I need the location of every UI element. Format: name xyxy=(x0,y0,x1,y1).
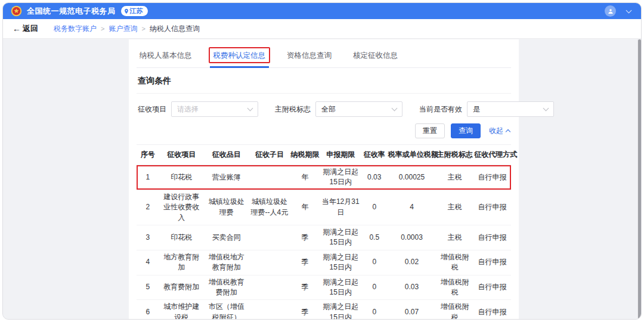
cell-r3-c9: 主税 xyxy=(436,225,473,250)
page-body: 纳税人基本信息税费种认定信息资格信息查询核定征收信息 查询条件 征收项目请选择主… xyxy=(3,39,641,319)
cell-r5-c9: 增值税附税 xyxy=(436,275,473,300)
filter-group-3: 当前是否有效是 xyxy=(419,101,554,117)
cell-r3-c4 xyxy=(249,225,290,250)
column-header-3: 征收品目 xyxy=(204,145,249,165)
content-card: 纳税人基本信息税费种认定信息资格信息查询核定征收信息 查询条件 征收项目请选择主… xyxy=(129,39,519,319)
table-row-3: 3印花税买卖合同季期满之日起15日内0.50.0003主税自行申报 xyxy=(137,225,511,250)
filter-select-3[interactable]: 是 xyxy=(467,101,554,117)
tab-3[interactable]: 资格信息查询 xyxy=(286,47,332,67)
cell-r4-c4 xyxy=(249,250,290,275)
app-title: 全国统一规范电子税务局 xyxy=(27,6,116,17)
cell-r3-c1: 3 xyxy=(137,225,159,250)
column-header-4: 征收子目 xyxy=(249,145,290,165)
column-header-2: 征收项目 xyxy=(159,145,204,165)
chevron-down-icon xyxy=(543,106,549,112)
tab-4[interactable]: 核定征收信息 xyxy=(352,47,398,67)
location-pin-icon xyxy=(123,8,129,14)
filter-select-1[interactable]: 请选择 xyxy=(171,101,258,117)
cell-r1-c5: 年 xyxy=(290,165,320,190)
query-button[interactable]: 查询 xyxy=(451,123,481,138)
table-row-2: 2建设行政事业性收费收入城镇垃圾处理费城镇垃圾处理费--人4元年当年12月31日… xyxy=(137,190,511,225)
column-header-1: 序号 xyxy=(137,145,159,165)
cell-r1-c10: 自行申报 xyxy=(473,165,511,190)
chevron-down-icon xyxy=(247,106,253,112)
cell-r6-c2: 城市维护建设税 xyxy=(159,300,204,320)
cell-r2-c7: 0 xyxy=(361,190,388,225)
browser-window: 全国统一规范电子税务局 江苏 ← 返回 税务数字账户>账户查询>纳税人信息查询 xyxy=(2,2,642,320)
cell-r2-c5: 年 xyxy=(290,190,320,225)
cell-r3-c5: 季 xyxy=(290,225,320,250)
cell-r1-c7: 0.03 xyxy=(361,165,388,190)
cell-r4-c7: 0 xyxy=(361,250,388,275)
cell-r6-c1: 6 xyxy=(137,300,159,320)
scrollbar-track[interactable] xyxy=(637,39,641,319)
user-icon xyxy=(607,8,614,15)
breadcrumb-separator: > xyxy=(101,25,104,32)
cell-r2-c10: 自行申报 xyxy=(473,190,511,225)
cell-r5-c4 xyxy=(249,275,290,300)
region-badge[interactable]: 江苏 xyxy=(121,6,148,16)
filter-select-value-1: 请选择 xyxy=(177,104,248,114)
cell-r6-c5: 季 xyxy=(290,300,320,320)
filter-label-1: 征收项目 xyxy=(138,104,166,114)
cell-r5-c7: 0 xyxy=(361,275,388,300)
cell-r3-c3: 买卖合同 xyxy=(204,225,249,250)
column-header-5: 纳税期限 xyxy=(290,145,320,165)
annotation-box-active-tab xyxy=(209,47,271,63)
cell-r5-c8: 0.03 xyxy=(388,275,436,300)
table-row-6: 6城市维护建设税市区（增值税附征）季期满之日起15日内00.07增值税附税自行申… xyxy=(137,300,511,320)
section-divider xyxy=(137,93,511,94)
cell-r6-c3: 市区（增值税附征） xyxy=(204,300,249,320)
cell-r2-c1: 2 xyxy=(137,190,159,225)
cell-r2-c2: 建设行政事业性收费收入 xyxy=(159,190,204,225)
table-row-1-highlighted: 1印花税营业账簿年期满之日起15日内0.030.00025主税自行申报 xyxy=(137,165,511,190)
region-label: 江苏 xyxy=(130,7,143,16)
back-arrow-icon: ← xyxy=(13,24,21,33)
tab-1[interactable]: 纳税人基本信息 xyxy=(139,47,193,67)
user-avatar[interactable] xyxy=(605,5,616,17)
breadcrumb-item-1[interactable]: 税务数字账户 xyxy=(54,24,97,34)
breadcrumb-item-2[interactable]: 账户查询 xyxy=(109,24,137,34)
table-row-4: 4地方教育附加增值税地方教育附加季期满之日起15日内00.02增值税附税自行申报 xyxy=(137,250,511,275)
cell-r4-c1: 4 xyxy=(137,250,159,275)
cell-r4-c6: 期满之日起15日内 xyxy=(320,250,361,275)
results-table: 序号征收项目征收品目征收子目纳税期限申报期限征收率税率或单位税额主附税标志征收代… xyxy=(137,144,511,320)
table-row-5: 5教育费附加增值税教育费附加季期满之日起15日内00.03增值税附税自行申报 xyxy=(137,275,511,300)
reset-button[interactable]: 重置 xyxy=(415,123,445,138)
cell-r3-c6: 期满之日起15日内 xyxy=(320,225,361,250)
cell-r2-c4: 城镇垃圾处理费--人4元 xyxy=(249,190,290,225)
cell-r6-c7: 0 xyxy=(361,300,388,320)
column-header-8: 税率或单位税额 xyxy=(388,145,436,165)
breadcrumb-item-3: 纳税人信息查询 xyxy=(150,24,200,34)
tab-2[interactable]: 税费种认定信息 xyxy=(213,47,267,67)
scrollbar-thumb[interactable] xyxy=(638,39,641,319)
cell-r1-c4 xyxy=(249,165,290,190)
collapse-link[interactable]: 收起 xyxy=(489,126,510,136)
filter-group-1: 征收项目请选择 xyxy=(138,101,258,117)
filter-group-2: 主附税标志全部 xyxy=(275,101,402,117)
cell-r1-c6: 期满之日起15日内 xyxy=(320,165,361,190)
tabs: 纳税人基本信息税费种认定信息资格信息查询核定征收信息 xyxy=(137,44,511,68)
cell-r5-c5: 季 xyxy=(290,275,320,300)
chevron-down-icon[interactable] xyxy=(626,7,632,13)
filter-select-2[interactable]: 全部 xyxy=(315,101,402,117)
cell-r6-c4 xyxy=(249,300,290,320)
back-label: 返回 xyxy=(23,23,38,34)
cell-r4-c3: 增值税地方教育附加 xyxy=(204,250,249,275)
cell-r1-c2: 印花税 xyxy=(159,165,204,190)
back-button[interactable]: ← 返回 xyxy=(13,23,38,34)
cell-r5-c3: 增值税教育费附加 xyxy=(204,275,249,300)
filter-select-value-2: 全部 xyxy=(321,104,392,114)
table-body: 1印花税营业账簿年期满之日起15日内0.030.00025主税自行申报2建设行政… xyxy=(137,165,511,320)
filters-row: 征收项目请选择主附税标志全部当前是否有效是 xyxy=(137,101,511,117)
tax-bureau-logo xyxy=(11,5,22,17)
cell-r6-c8: 0.07 xyxy=(388,300,436,320)
cell-r1-c3: 营业账簿 xyxy=(204,165,249,190)
breadcrumb: 税务数字账户>账户查询>纳税人信息查询 xyxy=(54,24,200,34)
breadcrumb-separator: > xyxy=(141,25,145,32)
query-conditions-title: 查询条件 xyxy=(138,76,510,86)
cell-r3-c7: 0.5 xyxy=(361,225,388,250)
column-header-10: 征收代理方式 xyxy=(473,145,511,165)
cell-r2-c6: 当年12月31日 xyxy=(320,190,361,225)
column-header-9: 主附税标志 xyxy=(436,145,473,165)
